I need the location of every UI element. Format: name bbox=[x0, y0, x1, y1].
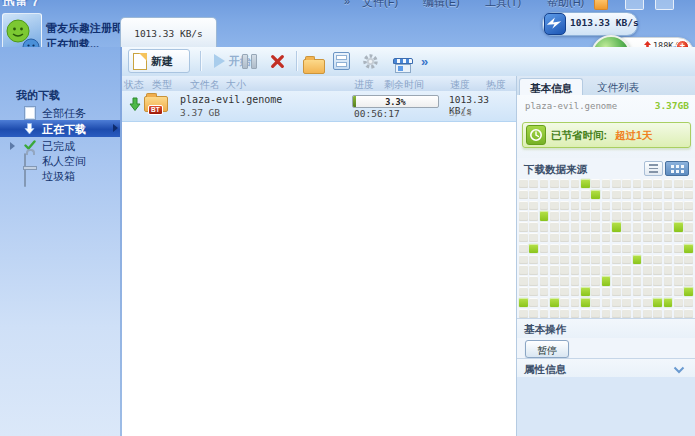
new-task-button[interactable]: 新建 bbox=[128, 49, 190, 73]
source-cell bbox=[622, 244, 631, 253]
delete-button[interactable] bbox=[270, 49, 285, 73]
source-cell bbox=[581, 244, 590, 253]
source-cell bbox=[560, 287, 569, 296]
task-size: 3.37 GB bbox=[180, 107, 220, 118]
minimize-button[interactable] bbox=[625, 0, 644, 10]
new-task-label: 新建 bbox=[151, 54, 173, 69]
source-cell bbox=[612, 233, 621, 242]
source-cell bbox=[602, 255, 611, 264]
source-cell bbox=[653, 287, 662, 296]
toolbar-more-chevron[interactable]: » bbox=[421, 49, 428, 73]
menu-file[interactable]: 文件(F) bbox=[362, 0, 398, 10]
source-cell bbox=[581, 255, 590, 264]
sidebar-item-label: 私人空间 bbox=[42, 154, 86, 169]
time-saved-value: 超过1天 bbox=[615, 129, 652, 143]
source-cell-active bbox=[633, 255, 642, 264]
task-manager-button[interactable] bbox=[333, 49, 350, 73]
pause-task-button[interactable]: 暂停 bbox=[525, 340, 569, 358]
source-cell bbox=[653, 233, 662, 242]
source-cell bbox=[674, 298, 683, 307]
panel-tab-bar: 基本信息 文件列表 bbox=[517, 76, 695, 96]
source-cell bbox=[602, 190, 611, 199]
source-cell bbox=[581, 233, 590, 242]
col-type[interactable]: 类型 bbox=[152, 78, 172, 92]
source-cell bbox=[540, 287, 549, 296]
list-view-toggle[interactable] bbox=[644, 161, 663, 176]
pause-button[interactable] bbox=[242, 49, 257, 73]
source-cell-active bbox=[664, 298, 673, 307]
source-cell-active bbox=[591, 190, 600, 199]
source-cell bbox=[540, 179, 549, 188]
source-cell bbox=[643, 276, 652, 285]
source-cell-active bbox=[581, 287, 590, 296]
col-remaining[interactable]: 剩余时间 bbox=[384, 78, 424, 92]
source-cell-active bbox=[581, 298, 590, 307]
source-cell bbox=[622, 201, 631, 210]
source-cell bbox=[591, 201, 600, 210]
time-saved-label: 已节省时间: bbox=[551, 129, 607, 143]
source-cell bbox=[602, 265, 611, 274]
tab-file-list[interactable]: 文件列表 bbox=[587, 78, 649, 95]
sidebar-item-private-space[interactable]: 私人空间 bbox=[0, 153, 120, 168]
source-cell bbox=[519, 265, 528, 274]
source-cell bbox=[664, 211, 673, 220]
source-cell bbox=[674, 244, 683, 253]
source-cell bbox=[560, 276, 569, 285]
source-cell bbox=[622, 298, 631, 307]
col-filename[interactable]: 文件名 bbox=[190, 78, 220, 92]
source-cell bbox=[540, 265, 549, 274]
source-cell bbox=[602, 233, 611, 242]
sidebar-item-downloading[interactable]: 正在下载 bbox=[0, 120, 120, 137]
source-cell bbox=[540, 222, 549, 231]
source-cell bbox=[684, 233, 693, 242]
source-cell bbox=[643, 222, 652, 231]
open-folder-button[interactable] bbox=[303, 54, 325, 78]
source-cell bbox=[560, 179, 569, 188]
source-cell bbox=[540, 244, 549, 253]
source-cell-active bbox=[581, 179, 590, 188]
source-cell bbox=[643, 244, 652, 253]
store-button[interactable] bbox=[393, 53, 413, 77]
source-cell bbox=[643, 190, 652, 199]
source-cell bbox=[684, 179, 693, 188]
property-info-header[interactable]: 属性信息 bbox=[517, 358, 695, 378]
sidebar-item-trash[interactable]: 垃圾箱 bbox=[0, 168, 120, 183]
source-cell bbox=[560, 309, 569, 318]
col-progress[interactable]: 进度 bbox=[354, 78, 374, 92]
source-cell bbox=[602, 211, 611, 220]
source-cell bbox=[684, 309, 693, 318]
source-cell bbox=[643, 287, 652, 296]
col-heat[interactable]: 热度 bbox=[486, 78, 506, 92]
source-cell-active bbox=[602, 276, 611, 285]
source-cell bbox=[622, 211, 631, 220]
sidebar-item-all-tasks[interactable]: 全部任务 bbox=[0, 105, 120, 120]
maximize-button[interactable] bbox=[655, 0, 674, 10]
col-speed[interactable]: 速度 bbox=[450, 78, 470, 92]
sidebar-item-completed[interactable]: 已完成 bbox=[0, 138, 120, 153]
source-cell bbox=[571, 244, 580, 253]
source-cell bbox=[674, 255, 683, 264]
source-cell bbox=[674, 276, 683, 285]
expand-arrow-icon[interactable] bbox=[10, 142, 15, 150]
panel-file-size: 3.37GB bbox=[655, 100, 689, 111]
skin-icon[interactable] bbox=[594, 0, 608, 10]
sidebar-item-label: 全部任务 bbox=[42, 106, 86, 121]
source-cell bbox=[591, 255, 600, 264]
menu-overflow-chevron[interactable]: » bbox=[344, 0, 350, 7]
menu-tools[interactable]: 工具(T) bbox=[485, 0, 521, 10]
grid-view-toggle[interactable] bbox=[665, 161, 689, 176]
source-cell bbox=[622, 309, 631, 318]
tab-basic-info[interactable]: 基本信息 bbox=[519, 78, 583, 96]
task-row[interactable]: BT plaza-evil.genome 3.37 GB 3.3% 00:56:… bbox=[122, 91, 516, 122]
menu-help[interactable]: 帮助(H) bbox=[547, 0, 584, 10]
source-cell bbox=[550, 287, 559, 296]
source-cell bbox=[684, 201, 693, 210]
settings-button[interactable] bbox=[362, 49, 379, 73]
chevron-down-icon[interactable] bbox=[673, 366, 685, 374]
menu-edit[interactable]: 编辑(E) bbox=[423, 0, 460, 10]
source-cell bbox=[664, 309, 673, 318]
col-size[interactable]: 大小 bbox=[226, 78, 246, 92]
col-status[interactable]: 状态 bbox=[124, 78, 144, 92]
remaining-time: 00:56:17 bbox=[354, 108, 400, 119]
task-tab[interactable]: 1013.33 KB/s bbox=[120, 17, 217, 48]
